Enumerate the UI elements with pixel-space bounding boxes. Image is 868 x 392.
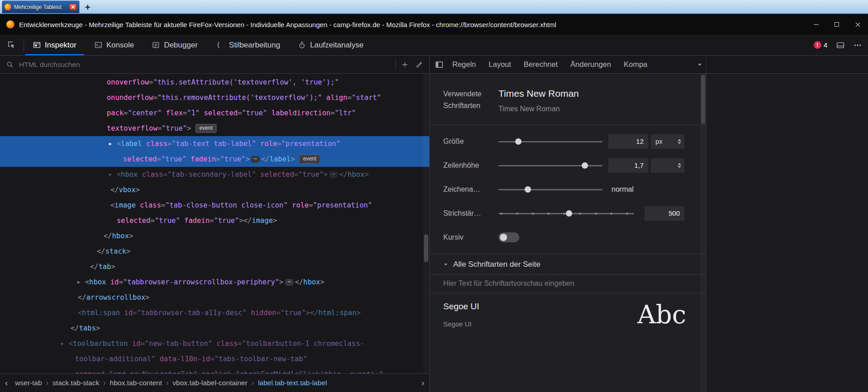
sidebar-tab-änderungen[interactable]: Änderungen (564, 60, 617, 69)
breadcrumb-scroll-right-icon[interactable]: › (418, 378, 427, 388)
slider[interactable] (498, 210, 634, 217)
sidebar-tab-regeln[interactable]: Regeln (446, 60, 482, 69)
new-tab-button[interactable]: + (85, 3, 90, 12)
code-token (288, 201, 292, 209)
markup-scrollbar[interactable] (423, 74, 429, 373)
markup-line[interactable]: </tab> (0, 259, 429, 274)
error-count-badge[interactable]: 4 (814, 41, 827, 49)
spin-up-icon (678, 163, 681, 165)
sidebar-tab-berechnet[interactable]: Berechnet (517, 60, 564, 69)
italic-toggle[interactable] (498, 232, 519, 242)
all-fonts-header[interactable]: Alle Schriftarten der Seite (430, 254, 706, 274)
split-console-button[interactable] (836, 41, 844, 49)
expand-twisty-icon[interactable] (109, 136, 112, 151)
markup-line[interactable]: <image class="tab-close-button close-ico… (0, 198, 429, 213)
scrollbar-thumb[interactable] (701, 75, 705, 124)
minimize-button[interactable] (806, 14, 826, 35)
tab-close-button[interactable] (69, 4, 77, 10)
markup-line[interactable]: <label class="tab-text tab-label" role="… (0, 136, 429, 151)
markup-line[interactable]: </arrowscrollbox> (0, 290, 429, 305)
breadcrumb-item[interactable]: hbox.tab-content (106, 379, 166, 387)
markup-line[interactable]: onunderflow="this.removeAttribute('texto… (0, 90, 429, 105)
slider-tick (547, 213, 550, 215)
unit-select[interactable]: px (651, 134, 684, 149)
inline-text-ellipsis[interactable]: ⋯ (329, 171, 338, 178)
markup-line[interactable]: </vbox> (0, 182, 429, 198)
code-token (256, 170, 260, 179)
tab-debugger[interactable]: Debugger (143, 35, 207, 55)
expand-twisty-icon[interactable] (61, 336, 64, 351)
sidebar-tab-layout[interactable]: Layout (482, 60, 517, 69)
code-token: vbox (119, 186, 136, 194)
tab-laufzeitanalyse[interactable]: Laufzeitanalyse (289, 35, 372, 55)
node-picker-button[interactable] (0, 35, 24, 55)
eyedropper-button[interactable] (414, 61, 425, 68)
markup-line[interactable]: <html:span id="tabbrowser-tab-a11y-desc"… (0, 305, 429, 321)
maximize-button[interactable] (826, 14, 847, 35)
code-token: </ (104, 232, 112, 240)
markup-line[interactable]: onoverflow="this.setAttribute('textoverf… (0, 75, 429, 90)
slider-thumb[interactable] (566, 210, 572, 217)
add-node-button[interactable] (399, 61, 410, 68)
font-editor-value-group (645, 206, 684, 221)
code-token: "center" (128, 109, 162, 117)
search-input[interactable] (19, 61, 392, 69)
sidebar-scrollbar[interactable] (700, 74, 706, 392)
inline-text-ellipsis[interactable]: ⋯ (285, 279, 294, 286)
expand-twisty-icon[interactable] (109, 167, 112, 182)
code-token: "presentation" (281, 140, 341, 148)
expand-twisty-icon[interactable] (77, 274, 80, 290)
code-token (128, 340, 132, 348)
scrollbar-thumb[interactable] (424, 234, 428, 262)
font-preview-row (430, 275, 706, 293)
spinner-icon (678, 163, 681, 168)
slider[interactable] (498, 162, 602, 169)
event-badge[interactable]: event (195, 124, 217, 133)
event-badge[interactable]: event (299, 155, 320, 164)
browser-tab[interactable]: Mehrzeilige Tableist (2, 0, 80, 13)
markup-line[interactable]: toolbar-additional" data-l10n-id="tabs-t… (0, 351, 429, 367)
meatball-menu-button[interactable] (854, 41, 862, 49)
slider[interactable] (498, 186, 602, 193)
markup-line[interactable]: </stack> (0, 244, 429, 259)
font-editor-label: Größe (443, 137, 498, 146)
slider[interactable] (498, 138, 602, 145)
firefox-icon (6, 20, 14, 28)
markup-line[interactable]: textoverflow="true">event (0, 121, 429, 136)
markup-line[interactable]: <hbox id="tabbrowser-arrowscrollbox-peri… (0, 274, 429, 290)
breadcrumb-item[interactable]: vbox.tab-label-container (169, 379, 251, 387)
font-editor-rows: GrößepxZeilenhöheZeichena…normalStrichst… (430, 125, 706, 254)
breadcrumb-item[interactable]: label.tab-text.tab-label (254, 379, 331, 387)
font-editor-input[interactable] (645, 206, 684, 221)
markup-line[interactable]: pack="center" flex="1" selected="true" l… (0, 105, 429, 121)
inline-text-ellipsis[interactable]: ⋯ (251, 156, 260, 163)
all-tabs-button[interactable] (697, 62, 703, 67)
three-pane-toggle[interactable] (433, 61, 446, 69)
close-button[interactable] (847, 14, 868, 35)
code-token: label (121, 140, 142, 148)
markup-line[interactable]: selected="true" fadein="true"></image> (0, 213, 429, 228)
markup-line[interactable]: command="cmd_newNavigatorTab" onclick="c… (0, 367, 429, 373)
breadcrumb-scroll-left-icon[interactable]: ‹ (2, 378, 11, 388)
font-editor-input[interactable] (608, 134, 648, 149)
markup-line[interactable]: <hbox class="tab-secondary-label" select… (0, 167, 429, 182)
code-token: "true" (220, 155, 246, 163)
markup-line[interactable]: </tabs> (0, 321, 429, 336)
tab-konsole[interactable]: Konsole (85, 35, 143, 55)
tab-inspektor[interactable]: Inspektor (24, 35, 85, 55)
breadcrumb-item[interactable]: stack.tab-stack (48, 379, 103, 387)
slider-thumb[interactable] (525, 186, 531, 193)
breadcrumb-item[interactable]: wser-tab (11, 379, 46, 387)
markup-line[interactable]: selected="true" fadein="true">⋯</label>e… (0, 151, 429, 167)
code-token: textoverflow (107, 124, 157, 132)
font-editor-input[interactable] (608, 158, 648, 173)
sidebar-tab-kompa[interactable]: Kompa (617, 60, 654, 69)
slider-thumb[interactable] (515, 138, 522, 145)
font-preview-input[interactable] (443, 279, 693, 288)
markup-line[interactable]: <toolbarbutton id="new-tab-button" class… (0, 336, 429, 351)
unit-select[interactable] (651, 158, 684, 173)
font-editor-label: Kursiv (443, 233, 498, 241)
markup-line[interactable]: </hbox> (0, 228, 429, 244)
slider-thumb[interactable] (582, 162, 588, 169)
tab-stilbearbeitung[interactable]: { }Stilbearbeitung (207, 35, 289, 55)
